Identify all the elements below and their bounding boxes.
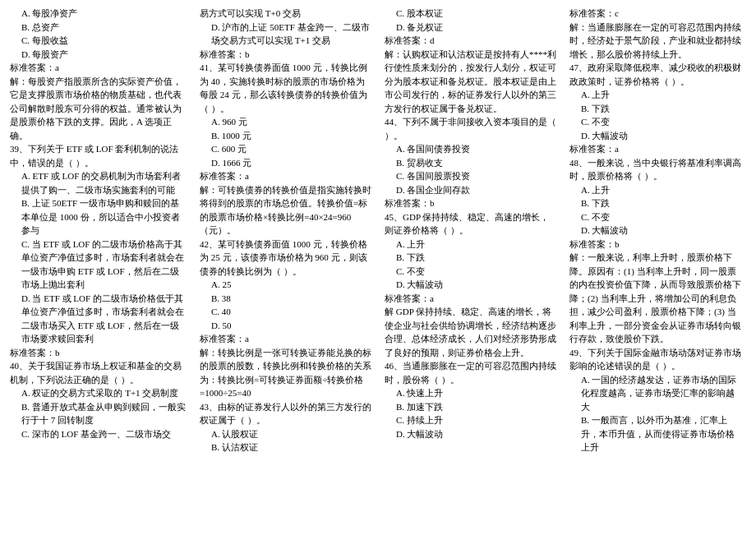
text-line: 45、GDP 保持持续、稳定、高速的增长，则证券价格将（ ）。 bbox=[385, 210, 556, 238]
text-line: 易方式可以实现 T+0 交易 bbox=[200, 7, 371, 21]
text-line: C. 当 ETF 或 LOF 的二级市场价格高于其单位资产净值过多时，市场套利者… bbox=[10, 238, 187, 292]
text-line: B. 下跌 bbox=[569, 102, 741, 116]
main-page: A. 每股净资产B. 总资产C. 每股收益D. 每股资产标准答案：a解：每股资产… bbox=[0, 0, 756, 461]
text-line: A. 上升 bbox=[569, 183, 741, 197]
text-line: C. 每股收益 bbox=[10, 34, 187, 48]
text-line: B. 加速下跌 bbox=[385, 400, 556, 414]
text-line: D. 大幅波动 bbox=[385, 278, 556, 292]
text-line: D. 大幅波动 bbox=[569, 129, 741, 143]
text-line: C. 股本权证 bbox=[385, 7, 556, 21]
column-3: C. 股本权证D. 备兑权证标准答案：d解：认购权证和认沽权证是按持有人****… bbox=[378, 7, 563, 454]
text-line: D. 大幅波动 bbox=[569, 224, 741, 238]
text-line: 解：每股资产指股票所含的实际资产价值，它是支撑股票市场价格的物质基础，也代表公司… bbox=[10, 75, 187, 143]
text-line: 标准答案：d bbox=[385, 34, 556, 48]
text-line: C. 不变 bbox=[569, 115, 741, 129]
text-line: 解：认购权证和认沽权证是按持有人****利行使性质来划分的，按发行人划分，权证可… bbox=[385, 48, 556, 116]
text-line: A. 权证的交易方式采取的 T+1 交易制度 bbox=[10, 386, 187, 400]
text-line: C. 600 元 bbox=[200, 142, 371, 156]
column-4: 标准答案：c解：当通胀膨胀在一定的可容忍范围内持续时，经济处于景气阶段，产业和就… bbox=[563, 7, 748, 454]
text-line: B. 38 bbox=[200, 292, 371, 306]
text-line: 41、某可转换债券面值 1000 元，转换比例为 40，实施转换时标的股票的市场… bbox=[200, 61, 371, 115]
text-line: 44、下列不属于非间接收入资本项目的是（ ）。 bbox=[385, 115, 556, 142]
text-line: C. 各国间股票投资 bbox=[385, 169, 556, 183]
text-line: B. 认沽权证 bbox=[200, 440, 371, 454]
text-line: A. ETF 或 LOF 的交易机制为市场套利者提供了购一、二级市场实施套利的可… bbox=[10, 169, 187, 196]
text-line: A. 每股净资产 bbox=[10, 7, 187, 21]
text-line: B. 1000 元 bbox=[200, 129, 371, 143]
text-line: 48、一般来说，当中央银行将基准利率调高时，股票价格将（ ）。 bbox=[569, 156, 741, 183]
text-line: D. 每股资产 bbox=[10, 48, 187, 62]
text-line: C. 持续上升 bbox=[385, 413, 556, 427]
text-line: 解：转换比例是一张可转换证券能兑换的标的股票的股数，转换比例和转换价格的关系为：… bbox=[200, 346, 371, 400]
text-line: B. 下跌 bbox=[569, 196, 741, 210]
text-line: B. 上证 50ETF 一级市场申购和赎回的基本单位是 1000 份，所以适合中… bbox=[10, 196, 187, 238]
text-line: C. 不变 bbox=[385, 265, 556, 279]
text-line: 标准答案：b bbox=[569, 238, 741, 251]
text-line: 46、当通胀膨胀在一定的可容忍范围内持续时，股份将（ ）。 bbox=[385, 359, 556, 386]
column-1: A. 每股净资产B. 总资产C. 每股收益D. 每股资产标准答案：a解：每股资产… bbox=[8, 7, 193, 454]
text-line: A. 960 元 bbox=[200, 115, 371, 129]
text-line: D. 1666 元 bbox=[200, 156, 371, 170]
text-line: 40、关于我国证券市场上权证和基金的交易机制，下列说法正确的是（ ）。 bbox=[10, 359, 187, 386]
text-line: 标准答案：b bbox=[385, 196, 556, 210]
text-line: 解：一般来说，利率上升时，股票价格下降。原因有：(1) 当利率上升时，同一股票的… bbox=[569, 251, 741, 346]
text-line: C. 深市的 LOF 基金跨一、二级市场交 bbox=[10, 427, 187, 441]
text-line: 43、由标的证券发行人以外的第三方发行的权证属于（ ）。 bbox=[200, 400, 371, 427]
text-line: 标准答案：a bbox=[200, 169, 371, 183]
text-line: 解 GDP 保持持续、稳定、高速的增长，将使企业与社会供给协调增长，经济结构逐步… bbox=[385, 305, 556, 359]
column-2: 易方式可以实现 T+0 交易D. 沪市的上证 50ETF 基金跨一、二级市场交易… bbox=[193, 7, 378, 454]
text-line: D. 当 ETF 或 LOF 的二级市场价格低于其单位资产净值过多时，市场套利者… bbox=[10, 292, 187, 346]
text-line: C. 40 bbox=[200, 305, 371, 319]
text-line: D. 50 bbox=[200, 319, 371, 333]
text-line: A. 快速上升 bbox=[385, 386, 556, 400]
text-line: 47、政府采取降低税率、减少税收的积极财政政策时，证券价格将（ ）。 bbox=[569, 61, 741, 88]
text-line: A. 25 bbox=[200, 278, 371, 292]
text-line: 解：可转换债券的转换价值是指实施转换时将得到的股票的市场总价值。转换价值=标的股… bbox=[200, 183, 371, 238]
text-line: 49、下列关于国际金融市场动荡对证券市场影响的论述错误的是（ ）。 bbox=[569, 346, 741, 373]
text-line: A. 一国的经济越发达，证券市场的国际化程度越高，证券市场受汇率的影响越大 bbox=[569, 373, 741, 414]
text-line: 标准答案：a bbox=[10, 61, 187, 75]
text-line: B. 一般而言，以外币为基准，汇率上升，本币升值，从而使得证券市场价格上升 bbox=[569, 413, 741, 454]
text-line: 解：当通胀膨胀在一定的可容忍范围内持续时，经济处于景气阶段，产业和就业都持续增长… bbox=[569, 21, 741, 62]
text-line: A. 上升 bbox=[569, 88, 741, 102]
text-line: B. 贸易收支 bbox=[385, 156, 556, 170]
text-line: 标准答案：b bbox=[200, 48, 371, 62]
text-line: D. 各国企业间存款 bbox=[385, 183, 556, 197]
text-line: 标准答案：a bbox=[385, 292, 556, 306]
text-line: 39、下列关于 ETF 或 LOF 套利机制的说法中，错误的是（ ）。 bbox=[10, 142, 187, 169]
text-line: B. 普通开放式基金从申购到赎回，一般实行于十 7 回转制度 bbox=[10, 400, 187, 427]
text-line: D. 沪市的上证 50ETF 基金跨一、二级市场交易方式可以实现 T+1 交易 bbox=[200, 21, 371, 48]
text-line: 标准答案：b bbox=[10, 346, 187, 360]
text-line: 42、某可转换债券面值 1000 元，转换价格为 25 元，该债券市场价格为 9… bbox=[200, 238, 371, 279]
text-line: 标准答案：a bbox=[569, 142, 741, 156]
text-line: 标准答案：c bbox=[569, 7, 741, 21]
text-line: A. 上升 bbox=[385, 238, 556, 251]
text-line: D. 大幅波动 bbox=[385, 427, 556, 441]
text-line: A. 认股权证 bbox=[200, 427, 371, 441]
text-line: B. 下跌 bbox=[385, 251, 556, 265]
text-line: 标准答案：a bbox=[200, 332, 371, 346]
text-line: D. 备兑权证 bbox=[385, 21, 556, 35]
text-line: A. 各国间债券投资 bbox=[385, 142, 556, 156]
text-line: C. 不变 bbox=[569, 210, 741, 224]
text-line: B. 总资产 bbox=[10, 21, 187, 35]
